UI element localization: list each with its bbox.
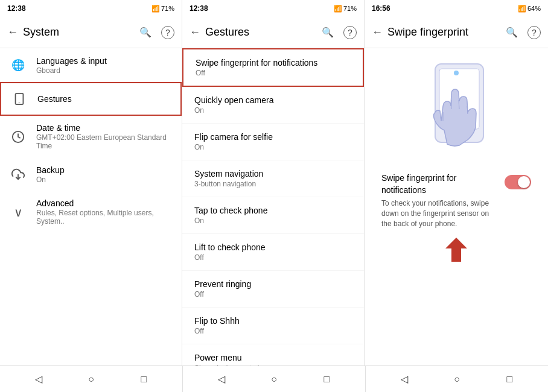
gestures-panel: 12:38 📶 71% ← Gestures 🔍 ? Swipe fingerp…	[182, 0, 365, 365]
status-bar-3: 16:56 📶 64%	[365, 0, 548, 17]
gestures-top-bar: ← Gestures 🔍 ?	[182, 17, 364, 48]
swipe-fingerprint-title: Swipe fingerprint for notifications	[196, 58, 351, 68]
gesture-item-prevent-ringing[interactable]: Prevent ringing Off	[182, 271, 364, 308]
detail-content: Swipe fingerprint for notifications To c…	[365, 48, 548, 273]
back-button-3[interactable]: ←	[372, 26, 383, 39]
navigation-bar: ◁ ○ □ ◁ ○ □ ◁ ○ □	[0, 365, 548, 392]
backup-title: Backup	[36, 165, 172, 175]
feature-title: Swipe fingerprint for notifications	[381, 172, 497, 196]
open-camera-title: Quickly open camera	[194, 95, 352, 105]
swipe-fingerprint-panel: 16:56 📶 64% ← Swipe fingerprint 🔍 ?	[365, 0, 548, 365]
feature-detail-row: Swipe fingerprint for notifications To c…	[374, 172, 538, 229]
datetime-title: Date & time	[36, 123, 172, 133]
battery-3: 64%	[527, 5, 541, 12]
gesture-item-system-nav[interactable]: System navigation 3-button navigation	[182, 160, 364, 197]
feature-description: To check your notifications, swipe down …	[381, 198, 497, 229]
home-nav-1[interactable]: ○	[83, 371, 100, 388]
settings-item-gestures[interactable]: Gestures	[0, 82, 182, 116]
tap-check-subtitle: On	[194, 217, 352, 225]
feature-text-block: Swipe fingerprint for notifications To c…	[381, 172, 497, 229]
gestures-title-header: Gestures	[205, 26, 314, 39]
swipe-fingerprint-subtitle: Off	[196, 69, 351, 77]
advanced-subtitle: Rules, Reset options, Multiple users, Sy…	[36, 209, 172, 226]
tap-check-title: Tap to check phone	[194, 206, 352, 215]
phone-illustration	[402, 58, 511, 172]
home-nav-3[interactable]: ○	[448, 371, 465, 388]
gesture-item-swipe-fingerprint[interactable]: Swipe fingerprint for notifications Off	[182, 48, 364, 87]
search-button-1[interactable]: 🔍	[137, 24, 154, 41]
system-panel: 12:38 📶 71% ← System 🔍 ? 🌐 Languages & i…	[0, 0, 182, 365]
status-icons-3: 📶 64%	[518, 5, 541, 13]
system-title: System	[23, 26, 132, 39]
system-nav-subtitle: 3-button navigation	[194, 180, 352, 188]
back-nav-3[interactable]: ◁	[396, 371, 413, 388]
backup-subtitle: On	[36, 175, 172, 184]
status-bar-2: 12:38 📶 71%	[182, 0, 364, 17]
gesture-item-tap-check[interactable]: Tap to check phone On	[182, 197, 364, 234]
top-bar-icons-1: 🔍 ?	[137, 24, 174, 41]
gesture-item-power-menu[interactable]: Power menu Show device controls	[182, 344, 364, 365]
swipe-fingerprint-header-title: Swipe fingerprint	[387, 26, 499, 39]
settings-item-backup[interactable]: Backup On	[0, 157, 182, 191]
wifi-icon-1: 📶	[151, 5, 160, 13]
wifi-icon-2: 📶	[334, 5, 342, 13]
back-button-2[interactable]: ←	[190, 26, 200, 39]
flip-camera-title: Flip camera for selfie	[194, 132, 352, 142]
top-bar-icons-3: 🔍 ?	[503, 24, 541, 41]
flip-shhh-subtitle: Off	[194, 327, 352, 335]
recent-nav-2[interactable]: □	[318, 371, 335, 388]
nav-section-1: ◁ ○ □	[0, 366, 182, 392]
system-settings-list: 🌐 Languages & input Gboard Gestures	[0, 48, 182, 365]
status-icons-1: 📶 71%	[151, 5, 174, 13]
gestures-title: Gestures	[37, 94, 171, 104]
flip-shhh-title: Flip to Shhh	[194, 316, 352, 326]
flip-camera-subtitle: On	[194, 143, 352, 151]
svg-rect-0	[16, 93, 24, 104]
time-3: 16:56	[372, 4, 390, 13]
search-button-3[interactable]: 🔍	[503, 24, 520, 41]
swipe-fingerprint-top-bar: ← Swipe fingerprint 🔍 ?	[365, 17, 548, 48]
recent-nav-3[interactable]: □	[501, 371, 518, 388]
svg-marker-10	[445, 238, 467, 262]
status-bar-1: 12:38 📶 71%	[0, 0, 182, 17]
nav-section-3: ◁ ○ □	[365, 366, 548, 392]
svg-point-5	[454, 71, 459, 75]
chevron-down-icon: ∨	[10, 204, 27, 221]
time-2: 12:38	[190, 4, 208, 13]
gesture-item-flip-shhh[interactable]: Flip to Shhh Off	[182, 308, 364, 344]
top-bar-icons-2: 🔍 ?	[319, 24, 357, 41]
datetime-subtitle: GMT+02:00 Eastern European Standard Time	[36, 133, 172, 150]
swipe-fingerprint-toggle[interactable]	[505, 175, 531, 189]
backup-icon	[10, 166, 27, 183]
clock-icon	[10, 128, 27, 145]
settings-item-advanced[interactable]: ∨ Advanced Rules, Reset options, Multipl…	[0, 191, 182, 233]
lift-check-subtitle: Off	[194, 253, 352, 262]
gesture-item-lift-check[interactable]: Lift to check phone Off	[182, 234, 364, 271]
back-button-1[interactable]: ←	[7, 26, 18, 39]
red-arrow-indicator	[444, 236, 468, 263]
settings-item-languages[interactable]: 🌐 Languages & input Gboard	[0, 48, 182, 82]
help-button-3[interactable]: ?	[527, 26, 541, 39]
prevent-ringing-subtitle: Off	[194, 290, 352, 299]
battery-1: 71%	[161, 5, 174, 12]
system-nav-title: System navigation	[194, 169, 352, 179]
back-nav-2[interactable]: ◁	[213, 371, 230, 388]
wifi-icon-3: 📶	[518, 5, 526, 13]
prevent-ringing-title: Prevent ringing	[194, 279, 352, 289]
gesture-item-open-camera[interactable]: Quickly open camera On	[182, 87, 364, 124]
recent-nav-1[interactable]: □	[135, 371, 152, 388]
power-menu-title: Power menu	[194, 353, 352, 362]
search-button-2[interactable]: 🔍	[319, 24, 336, 41]
lift-check-title: Lift to check phone	[194, 242, 352, 252]
settings-item-datetime[interactable]: Date & time GMT+02:00 Eastern European S…	[0, 116, 182, 157]
home-nav-2[interactable]: ○	[266, 371, 282, 388]
gesture-item-flip-camera[interactable]: Flip camera for selfie On	[182, 124, 364, 160]
back-nav-1[interactable]: ◁	[30, 371, 47, 388]
gestures-list: Swipe fingerprint for notifications Off …	[182, 48, 364, 365]
help-button-1[interactable]: ?	[161, 26, 174, 39]
globe-icon: 🌐	[10, 57, 27, 74]
languages-title: Languages & input	[36, 56, 172, 66]
gestures-icon	[11, 90, 28, 107]
battery-2: 71%	[343, 5, 357, 12]
help-button-2[interactable]: ?	[343, 26, 357, 39]
